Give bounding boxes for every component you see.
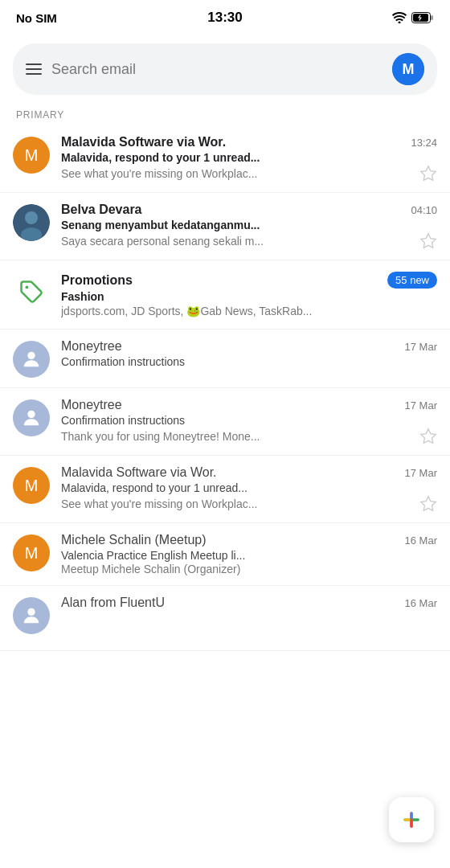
email-time: 16 Mar	[405, 597, 437, 609]
svg-point-8	[26, 286, 29, 289]
promotions-title: Promotions	[61, 273, 133, 288]
email-subject: Senang menyambut kedatanganmu...	[61, 219, 437, 231]
status-icons	[392, 12, 434, 23]
email-time: 04:10	[411, 204, 437, 216]
email-item[interactable]: M Michele Schalin (Meetup) 16 Mar Valenc…	[0, 523, 450, 586]
star-icon[interactable]	[419, 165, 437, 182]
email-subject: Valencia Practice English Meetup li...	[61, 549, 437, 562]
email-content: Malavida Software via Wor. 13:24 Malavid…	[61, 135, 437, 182]
svg-point-11	[27, 608, 35, 616]
sender-avatar: M	[13, 467, 50, 504]
promotions-icon	[13, 273, 50, 310]
person-photo	[13, 204, 50, 241]
email-preview: Thank you for using Moneytree! Mone...	[61, 430, 413, 443]
email-preview: See what you're missing on Workplac...	[61, 167, 413, 180]
promotions-preview: jdsports.com, JD Sports, 🐸Gab News, Task…	[61, 305, 437, 317]
time-text: 13:30	[207, 10, 242, 26]
status-bar: No SIM 13:30	[0, 0, 450, 35]
email-subject: Confirmation instructions	[61, 414, 437, 427]
svg-text:M: M	[403, 61, 415, 77]
sender-avatar: M	[13, 137, 50, 174]
promotions-badge: 55 new	[387, 272, 437, 289]
email-item[interactable]: Moneytree 17 Mar Confirmation instructio…	[0, 330, 450, 388]
email-item[interactable]: M Malavida Software via Wor. 13:24 Malav…	[0, 125, 450, 193]
email-time: 16 Mar	[405, 534, 437, 547]
menu-icon[interactable]	[26, 63, 42, 75]
sender-name: Alan from FluentU	[61, 596, 399, 610]
email-item[interactable]: Moneytree 17 Mar Confirmation instructio…	[0, 388, 450, 456]
promotions-item[interactable]: Promotions 55 new Fashion jdsports.com, …	[0, 260, 450, 330]
sender-name: Malavida Software via Wor.	[61, 135, 404, 149]
sender-avatar	[13, 204, 50, 241]
email-subject: Confirmation instructions	[61, 355, 437, 368]
email-time: 17 Mar	[405, 467, 437, 479]
section-label: PRIMARY	[0, 103, 450, 125]
sender-name: Belva Devara	[61, 203, 404, 217]
email-subject: Malavida, respond to your 1 unread...	[61, 481, 437, 494]
user-avatar[interactable]: M	[392, 53, 424, 85]
email-preview: See what you're missing on Workplac...	[61, 497, 413, 510]
email-content: Moneytree 17 Mar Confirmation instructio…	[61, 339, 437, 369]
promotions-content: Promotions 55 new Fashion jdsports.com, …	[61, 272, 437, 317]
carrier-text: No SIM	[16, 11, 57, 25]
sender-avatar: M	[13, 534, 50, 571]
promotions-sub: Fashion	[61, 290, 437, 303]
svg-point-6	[25, 211, 38, 224]
email-content: Moneytree 17 Mar Confirmation instructio…	[61, 398, 437, 445]
email-item[interactable]: Alan from FluentU 16 Mar	[0, 586, 450, 651]
battery-icon	[411, 12, 434, 23]
email-subject: Malavida, respond to your 1 unread...	[61, 151, 437, 164]
email-time: 17 Mar	[405, 399, 437, 411]
email-item[interactable]: M Malavida Software via Wor. 17 Mar Mala…	[0, 456, 450, 523]
email-time: 13:24	[411, 137, 437, 149]
email-preview: Saya secara personal senang sekali m...	[61, 235, 413, 248]
email-preview: Meetup Michele Schalin (Organizer)	[61, 563, 437, 575]
email-time: 17 Mar	[405, 341, 437, 353]
star-icon[interactable]	[419, 428, 437, 445]
star-icon[interactable]	[419, 232, 437, 250]
sender-name: Malavida Software via Wor.	[61, 465, 399, 480]
email-content: Belva Devara 04:10 Senang menyambut keda…	[61, 203, 437, 250]
email-content: Alan from FluentU 16 Mar	[61, 596, 437, 612]
star-icon[interactable]	[419, 495, 437, 513]
search-bar[interactable]: Search email M	[13, 43, 437, 95]
gmail-logo: M	[392, 53, 424, 85]
sender-avatar	[13, 341, 50, 378]
svg-rect-1	[431, 15, 433, 20]
sender-name: Moneytree	[61, 398, 399, 412]
sender-avatar	[13, 399, 50, 436]
sender-name: Michele Schalin (Meetup)	[61, 533, 399, 547]
wifi-icon	[392, 12, 407, 23]
compose-icon	[400, 809, 423, 831]
compose-button[interactable]	[389, 797, 434, 842]
email-item[interactable]: Belva Devara 04:10 Senang menyambut keda…	[0, 193, 450, 260]
svg-point-9	[27, 352, 35, 359]
search-placeholder: Search email	[51, 61, 382, 78]
search-bar-container: Search email M	[0, 35, 450, 103]
sender-avatar	[13, 597, 50, 634]
email-content: Malavida Software via Wor. 17 Mar Malavi…	[61, 465, 437, 513]
email-list: M Malavida Software via Wor. 13:24 Malav…	[0, 125, 450, 651]
svg-point-10	[27, 411, 35, 418]
sender-name: Moneytree	[61, 339, 399, 354]
email-content: Michele Schalin (Meetup) 16 Mar Valencia…	[61, 533, 437, 575]
